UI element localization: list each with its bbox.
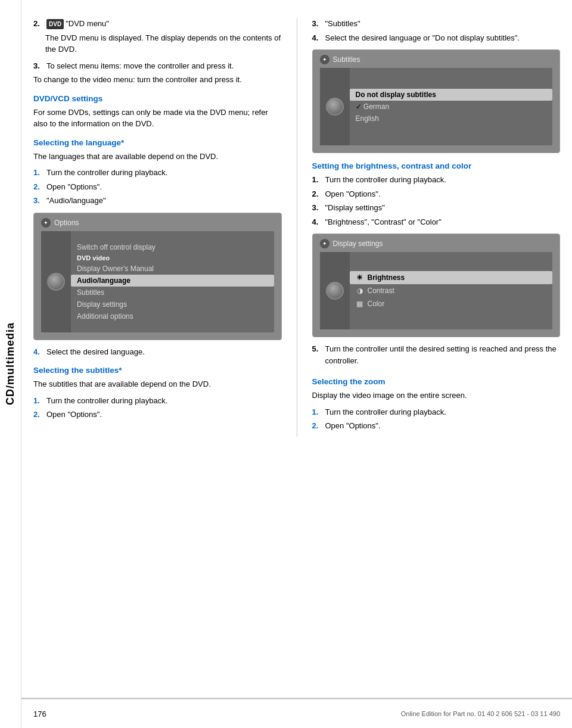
color-label: Color	[368, 300, 385, 308]
menu-item-dvd-video: DVD video	[71, 253, 274, 263]
zoom-step-2: 2. Open "Options".	[312, 420, 561, 432]
zoom-step-2-num: 2.	[312, 420, 322, 432]
lang-step-3: 3. "Audio/language"	[33, 195, 282, 207]
selecting-language-desc: The languages that are available depend …	[33, 151, 282, 163]
subtitle-do-not-display[interactable]: Do not display subtitles	[350, 89, 553, 101]
knob-area-display	[320, 252, 350, 329]
lang-step-4: 4. Select the desired language.	[33, 346, 282, 358]
sidebar-label: CD/multimedia	[4, 322, 17, 405]
step-2-text: DVD"DVD menu"	[46, 18, 109, 30]
step-3-text: To select menu items: move the controlle…	[46, 60, 234, 72]
bright-step-1-text: Turn the controller during playback.	[325, 174, 446, 186]
main-content: 2. DVD"DVD menu" The DVD menu is display…	[21, 0, 572, 484]
sub-step-2: 2. Open "Options".	[33, 409, 282, 421]
lang-step-1-text: Turn the controller during playback.	[46, 167, 167, 179]
selecting-subtitles-desc: The subtitles that are available depend …	[33, 378, 282, 390]
step-2-desc: The DVD menu is displayed. The display d…	[33, 32, 282, 55]
zoom-step-1: 1. Turn the controller during playback.	[312, 406, 561, 418]
sub-step-2-text: Open "Options".	[46, 409, 102, 421]
subtitle-english[interactable]: English	[350, 113, 553, 125]
step-2-num: 2.	[33, 18, 43, 30]
menu-item-switch-off[interactable]: Switch off control display	[71, 241, 274, 253]
menu-item-display-settings[interactable]: Display settings	[71, 298, 274, 310]
sub-step-2-num: 2.	[33, 409, 43, 421]
menu-item-display-manual[interactable]: Display Owner's Manual	[71, 263, 274, 275]
page-number: 176	[33, 710, 46, 718]
right-sub-step-4: 4. Select the desired language or "Do no…	[312, 32, 561, 44]
bright-step-5-text: Turn the controller until the desired se…	[325, 343, 561, 366]
display-items: ☀ Brightness ◑ Contrast ▦ Color	[350, 252, 553, 329]
lang-step-4-text: Select the desired language.	[46, 346, 145, 358]
lang-step-2-text: Open "Options".	[46, 181, 102, 193]
color-icon: ▦	[356, 300, 364, 308]
right-sub-step-3-num: 3.	[312, 18, 322, 30]
lang-step-3-text: "Audio/language"	[46, 195, 106, 207]
sub-step-1-text: Turn the controller during playback.	[46, 395, 167, 407]
bright-step-5: 5. Turn the controller until the desired…	[312, 343, 561, 366]
left-column: 2. DVD"DVD menu" The DVD menu is display…	[33, 18, 282, 437]
brightness-steps: 1. Turn the controller during playback. …	[312, 174, 561, 228]
bright-step-2-text: Open "Options".	[325, 188, 381, 200]
lang-step-1-num: 1.	[33, 167, 43, 179]
subtitles-icon: ✦	[320, 55, 329, 64]
bright-step-5-num: 5.	[312, 343, 322, 366]
subtitles-steps: 1. Turn the controller during playback. …	[33, 395, 282, 421]
display-icon: ✦	[320, 239, 329, 248]
brightness-heading: Setting the brightness, contrast and col…	[312, 161, 561, 170]
menu-item-audio-language[interactable]: Audio/language	[71, 275, 274, 287]
display-title: Display settings	[333, 239, 383, 248]
options-title: Options	[54, 219, 79, 227]
subtitles-title: Subtitles	[333, 55, 360, 64]
zoom-steps: 1. Turn the controller during playback. …	[312, 406, 561, 432]
lang-step-2-num: 2.	[33, 181, 43, 193]
menu-item-additional-options[interactable]: Additional options	[71, 310, 274, 322]
right-sub-step-4-num: 4.	[312, 32, 322, 44]
step-3: 3. To select menu items: move the contro…	[33, 60, 282, 72]
controller-knob-display	[326, 282, 344, 300]
sub-step-1: 1. Turn the controller during playback.	[33, 395, 282, 407]
dvd-vcd-desc: For some DVDs, settings can only be made…	[33, 107, 282, 130]
options-icon: ✦	[41, 218, 51, 228]
brightness-label: Brightness	[368, 273, 405, 282]
display-contrast[interactable]: ◑ Contrast	[350, 284, 553, 297]
bright-step-3-num: 3.	[312, 202, 322, 214]
bright-step-2-num: 2.	[312, 188, 322, 200]
selecting-subtitles-heading: Selecting the subtitles*	[33, 366, 282, 375]
bright-step-4-num: 4.	[312, 216, 322, 228]
bright-step-3: 3. "Display settings"	[312, 202, 561, 214]
language-steps: 1. Turn the controller during playback. …	[33, 167, 282, 207]
right-sub-step-4-text: Select the desired language or "Do not d…	[325, 32, 520, 44]
lang-step-2: 2. Open "Options".	[33, 181, 282, 193]
display-brightness[interactable]: ☀ Brightness	[350, 271, 553, 284]
column-divider	[297, 18, 297, 437]
bright-step-1-num: 1.	[312, 174, 322, 186]
to-change-text: To change to the video menu: turn the co…	[33, 74, 282, 86]
options-title-bar: ✦ Options	[41, 218, 274, 228]
bright-step-1: 1. Turn the controller during playback.	[312, 174, 561, 186]
options-screenshot: ✦ Options Switch off control display DVD…	[33, 213, 282, 340]
options-menu-list: Switch off control display DVD video Dis…	[71, 231, 274, 332]
footer-note: Online Edition for Part no. 01 40 2 606 …	[401, 710, 560, 717]
lang-step-1: 1. Turn the controller during playback.	[33, 167, 282, 179]
options-menu: Switch off control display DVD video Dis…	[41, 231, 274, 332]
right-sub-step-3: 3. "Subtitles"	[312, 18, 561, 30]
display-color[interactable]: ▦ Color	[350, 297, 553, 310]
zoom-step-2-text: Open "Options".	[325, 420, 381, 432]
subtitle-german[interactable]: German	[350, 101, 553, 113]
display-screenshot: ✦ Display settings ☀ Brightness ◑ Contra…	[312, 234, 561, 337]
menu-item-subtitles[interactable]: Subtitles	[71, 287, 274, 298]
sidebar-tab: CD/multimedia	[0, 0, 21, 728]
display-menu: ☀ Brightness ◑ Contrast ▦ Color	[320, 252, 553, 329]
footer: 176 Online Edition for Part no. 01 40 2 …	[21, 698, 572, 728]
zoom-step-1-text: Turn the controller during playback.	[325, 406, 446, 418]
right-sub-step-3-text: "Subtitles"	[325, 18, 360, 30]
knob-area-options	[41, 231, 71, 332]
contrast-label: Contrast	[368, 287, 394, 295]
display-title-bar: ✦ Display settings	[320, 239, 553, 248]
bright-step-4: 4. "Brightness", "Contrast" or "Color"	[312, 216, 561, 228]
selecting-language-heading: Selecting the language*	[33, 138, 282, 147]
step-3-num: 3.	[33, 60, 43, 72]
subtitle-items: Do not display subtitles German English	[350, 68, 553, 145]
contrast-icon: ◑	[356, 287, 364, 295]
bright-step-3-text: "Display settings"	[325, 202, 385, 214]
